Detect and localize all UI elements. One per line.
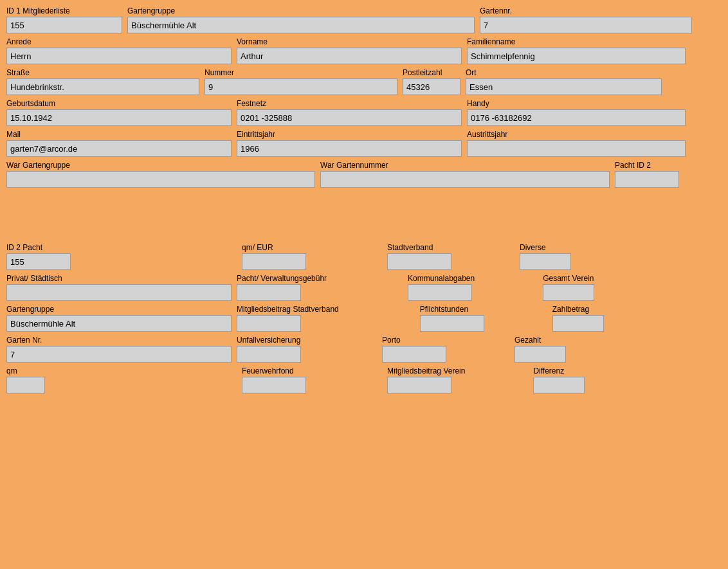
field-diverse: Diverse bbox=[520, 243, 571, 270]
austrittsjahr-input[interactable] bbox=[467, 140, 686, 157]
gesamt-verein-label: Gesamt Verein bbox=[543, 274, 594, 283]
field-pflichtstunden: Pflichtstunden bbox=[420, 305, 484, 332]
row-strasse-nummer-plz-ort: Straße Nummer Postleitzahl Ort bbox=[6, 68, 722, 95]
handy-input[interactable] bbox=[467, 109, 686, 126]
differenz-input[interactable] bbox=[533, 377, 585, 393]
spacer bbox=[6, 192, 722, 230]
kommunalabgaben-label: Kommunalabgaben bbox=[408, 274, 475, 283]
geburtsdatum-label: Geburtsdatum bbox=[6, 99, 232, 108]
mitgliedsbeitrag-sv-input[interactable] bbox=[237, 315, 301, 332]
pacht-section: ID 2 Pacht qm/ EUR Stadtverband Diverse bbox=[6, 243, 722, 393]
handy-label: Handy bbox=[467, 99, 686, 108]
mitgliedsbeitrag-verein-input[interactable] bbox=[387, 377, 451, 393]
pflichtstunden-input[interactable] bbox=[420, 315, 484, 332]
field-kommunalabgaben: Kommunalabgaben bbox=[408, 274, 475, 301]
war-gartengruppe-input[interactable] bbox=[6, 171, 315, 188]
gartengruppe-input[interactable] bbox=[127, 17, 475, 33]
strasse-input[interactable] bbox=[6, 78, 199, 95]
differenz-label: Differenz bbox=[533, 366, 585, 375]
field-geburtsdatum: Geburtsdatum bbox=[6, 99, 232, 126]
stadtverband-input[interactable] bbox=[387, 253, 451, 270]
war-gartengruppe-label: War Gartengruppe bbox=[6, 161, 315, 170]
vorname-label: Vorname bbox=[237, 37, 462, 46]
field-war-gartennummer: War Gartennummer bbox=[320, 161, 610, 188]
pacht-id2-input[interactable] bbox=[615, 171, 679, 188]
field-pacht-id2: Pacht ID 2 bbox=[615, 161, 679, 188]
festnetz-input[interactable] bbox=[237, 109, 462, 126]
eintrittsjahr-label: Eintrittsjahr bbox=[237, 130, 462, 139]
field-id1: ID 1 Mitgliederliste bbox=[6, 6, 122, 33]
field-handy: Handy bbox=[467, 99, 686, 126]
plz-input[interactable] bbox=[403, 78, 460, 95]
field-stadtverband: Stadtverband bbox=[387, 243, 451, 270]
field-gartennr: Gartennr. bbox=[480, 6, 692, 33]
field-zahlbetrag: Zahlbetrag bbox=[552, 305, 604, 332]
gartennr-input[interactable] bbox=[480, 17, 692, 33]
id1-label: ID 1 Mitgliederliste bbox=[6, 6, 122, 15]
anrede-input[interactable] bbox=[6, 48, 232, 64]
row-qm-feuer-mitglied-differenz: qm Feuerwehrfond Mitgliedsbeitrag Verein… bbox=[6, 366, 722, 393]
id2-pacht-input[interactable] bbox=[6, 253, 71, 270]
row-id-gartengruppe: ID 1 Mitgliederliste Gartengruppe Garten… bbox=[6, 6, 722, 33]
row-id2-qmeur-stadtverband-diverse: ID 2 Pacht qm/ EUR Stadtverband Diverse bbox=[6, 243, 722, 270]
war-gartennummer-input[interactable] bbox=[320, 171, 610, 188]
member-form: ID 1 Mitgliederliste Gartengruppe Garten… bbox=[6, 6, 722, 393]
porto-input[interactable] bbox=[382, 346, 446, 363]
vorname-input[interactable] bbox=[237, 48, 462, 64]
id1-input[interactable] bbox=[6, 17, 122, 33]
mitgliedsbeitrag-sv-label: Mitgliedsbeitrag Stadtverband bbox=[237, 305, 339, 314]
row-geburtsdatum-festnetz-handy: Geburtsdatum Festnetz Handy bbox=[6, 99, 722, 126]
kommunalabgaben-input[interactable] bbox=[408, 284, 472, 301]
diverse-input[interactable] bbox=[520, 253, 571, 270]
feuerwehrfond-input[interactable] bbox=[242, 377, 306, 393]
gesamt-verein-input[interactable] bbox=[543, 284, 594, 301]
pflichtstunden-label: Pflichtstunden bbox=[420, 305, 484, 314]
ort-label: Ort bbox=[466, 68, 662, 77]
field-mitgliedsbeitrag-sv: Mitgliedsbeitrag Stadtverband bbox=[237, 305, 339, 332]
strasse-label: Straße bbox=[6, 68, 199, 77]
row-mail-eintrittsjahr-austrittsjahr: Mail Eintrittsjahr Austrittsjahr bbox=[6, 130, 722, 157]
id2-pacht-label: ID 2 Pacht bbox=[6, 243, 71, 252]
garten-nr-input[interactable] bbox=[6, 346, 232, 363]
qm-input[interactable] bbox=[6, 377, 45, 393]
war-gartennummer-label: War Gartennummer bbox=[320, 161, 610, 170]
field-plz: Postleitzahl bbox=[403, 68, 460, 95]
gartengruppe-b-input[interactable] bbox=[6, 315, 232, 332]
mail-input[interactable] bbox=[6, 140, 232, 157]
field-familienname: Familienname bbox=[467, 37, 686, 64]
field-gezahlt: Gezahlt bbox=[514, 336, 566, 363]
diverse-label: Diverse bbox=[520, 243, 571, 252]
field-gesamt-verein: Gesamt Verein bbox=[543, 274, 594, 301]
familienname-input[interactable] bbox=[467, 48, 686, 64]
field-anrede: Anrede bbox=[6, 37, 232, 64]
privat-label: Privat/ Städtisch bbox=[6, 274, 232, 283]
privat-input[interactable] bbox=[6, 284, 232, 301]
ort-input[interactable] bbox=[466, 78, 662, 95]
field-war-gartengruppe: War Gartengruppe bbox=[6, 161, 315, 188]
pacht-verwaltung-input[interactable] bbox=[237, 284, 301, 301]
field-qm-eur: qm/ EUR bbox=[242, 243, 306, 270]
eintrittsjahr-input[interactable] bbox=[237, 140, 462, 157]
festnetz-label: Festnetz bbox=[237, 99, 462, 108]
gezahlt-input[interactable] bbox=[514, 346, 566, 363]
geburtsdatum-input[interactable] bbox=[6, 109, 232, 126]
field-strasse: Straße bbox=[6, 68, 199, 95]
field-mail: Mail bbox=[6, 130, 232, 157]
row-anrede-vorname-familienname: Anrede Vorname Familienname bbox=[6, 37, 722, 64]
zahlbetrag-input[interactable] bbox=[552, 315, 604, 332]
field-austrittsjahr: Austrittsjahr bbox=[467, 130, 686, 157]
unfallversicherung-input[interactable] bbox=[237, 346, 301, 363]
qm-eur-input[interactable] bbox=[242, 253, 306, 270]
nummer-input[interactable] bbox=[205, 78, 397, 95]
unfallversicherung-label: Unfallversicherung bbox=[237, 336, 301, 345]
stadtverband-label: Stadtverband bbox=[387, 243, 451, 252]
qm-eur-label: qm/ EUR bbox=[242, 243, 306, 252]
nummer-label: Nummer bbox=[205, 68, 397, 77]
field-pacht-verwaltung: Pacht/ Verwaltungsgebühr bbox=[237, 274, 327, 301]
gartennr-label: Gartennr. bbox=[480, 6, 692, 15]
pacht-verwaltung-label: Pacht/ Verwaltungsgebühr bbox=[237, 274, 327, 283]
field-porto: Porto bbox=[382, 336, 446, 363]
qm-label: qm bbox=[6, 366, 45, 375]
field-mitgliedsbeitrag-verein: Mitgliedsbeitrag Verein bbox=[387, 366, 465, 393]
field-privat: Privat/ Städtisch bbox=[6, 274, 232, 301]
